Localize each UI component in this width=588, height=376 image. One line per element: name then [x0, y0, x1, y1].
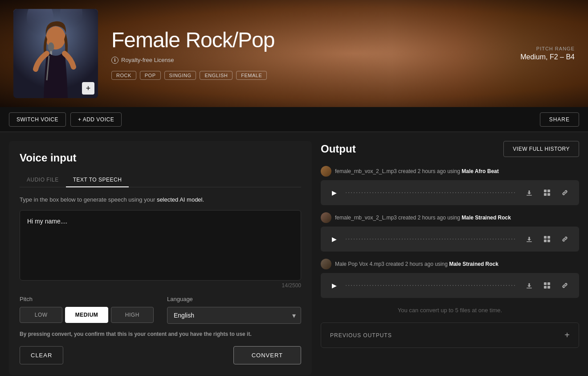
pitch-range-value: Medium, F2 – B4: [520, 53, 575, 61]
waveform-1: [346, 192, 517, 193]
audio-actions-1: [522, 186, 572, 200]
tag-pop: POP: [140, 71, 161, 80]
play-button-1[interactable]: ▶: [328, 186, 340, 199]
expand-previous-outputs-icon: +: [564, 330, 570, 340]
license-icon: ℹ: [111, 57, 118, 64]
svg-rect-18: [544, 282, 547, 285]
hero-license: ℹ Royalty-free License: [111, 57, 575, 64]
audio-player-1: ▶: [321, 180, 579, 205]
voice-input-panel: Voice input AUDIO FILE TEXT TO SPEECH Ty…: [9, 141, 312, 375]
tab-audio-file[interactable]: AUDIO FILE: [20, 173, 66, 187]
play-button-2[interactable]: ▶: [328, 233, 340, 245]
output-item-3: Male Pop Vox 4.mp3 created 2 hours ago u…: [321, 259, 579, 298]
svg-rect-11: [547, 193, 550, 196]
language-select-wrap: English Spanish French German: [167, 307, 301, 324]
language-select[interactable]: English Spanish French German: [167, 307, 301, 324]
voice-input-title: Voice input: [20, 152, 301, 164]
clear-button[interactable]: CLEAR: [20, 346, 63, 364]
previous-outputs-label: PREVIOUS OUTPUTS: [330, 332, 392, 339]
tag-english: ENGLISH: [200, 71, 233, 80]
waveform-3: [346, 285, 517, 286]
tag-singing: SINGING: [164, 71, 196, 80]
add-image-button[interactable]: +: [82, 82, 94, 95]
toolbar-left: SWITCH VOICE + ADD VOICE: [9, 112, 540, 127]
output-item-1: female_rnb_vox_2_L.mp3 created 2 hours a…: [321, 166, 579, 205]
link-button-3[interactable]: [558, 278, 572, 293]
disclaimer-text: By pressing convert, you confirm that th…: [20, 331, 301, 337]
output-avatar-3: [321, 259, 331, 269]
add-voice-button[interactable]: + ADD VOICE: [70, 112, 122, 127]
svg-point-5: [48, 42, 54, 51]
hero-tags: ROCK POP SINGING ENGLISH FEMALE: [111, 71, 575, 80]
svg-rect-12: [527, 241, 532, 242]
output-meta-3: Male Pop Vox 4.mp3 created 2 hours ago u…: [335, 261, 498, 267]
output-header: Output VIEW FULL HISTORY: [321, 141, 579, 157]
grid-button-1[interactable]: [540, 186, 554, 200]
svg-rect-20: [544, 286, 547, 289]
grid-button-3[interactable]: [540, 278, 554, 293]
svg-rect-14: [547, 236, 550, 239]
svg-rect-16: [547, 240, 550, 242]
language-control: Language English Spanish French German: [167, 296, 301, 324]
convert-button[interactable]: CONVERT: [233, 346, 301, 364]
hero-title: Female Rock/Pop: [111, 28, 575, 52]
output-item-2-header: female_rnb_vox_2_L.mp3 created 2 hours a…: [321, 212, 579, 223]
input-tabs: AUDIO FILE TEXT TO SPEECH: [20, 173, 301, 187]
output-avatar-1: [321, 166, 331, 177]
pitch-range-label: PITCH RANGE: [520, 46, 575, 51]
pitch-control: Pitch LOW MEDIUM HIGH: [20, 296, 154, 324]
pitch-label: Pitch: [20, 296, 154, 302]
pitch-buttons: LOW MEDIUM HIGH: [20, 307, 154, 323]
download-button-1[interactable]: [522, 186, 536, 200]
download-button-2[interactable]: [522, 232, 536, 246]
tag-rock: ROCK: [111, 71, 136, 80]
output-meta-2: female_rnb_vox_2_L.mp3 created 2 hours a…: [335, 215, 511, 221]
output-item-2: female_rnb_vox_2_L.mp3 created 2 hours a…: [321, 212, 579, 252]
download-button-3[interactable]: [522, 278, 536, 293]
view-full-history-button[interactable]: VIEW FULL HISTORY: [503, 141, 579, 157]
play-button-3[interactable]: ▶: [328, 279, 340, 292]
output-meta-1: female_rnb_vox_2_L.mp3 created 2 hours a…: [335, 168, 499, 174]
svg-rect-21: [547, 286, 550, 289]
svg-rect-7: [527, 195, 532, 196]
output-panel: Output VIEW FULL HISTORY female_rnb_vox_…: [321, 141, 579, 375]
hero-pitch: PITCH RANGE Medium, F2 – B4: [520, 46, 575, 61]
link-button-1[interactable]: [558, 186, 572, 200]
convert-limit-text: You can convert up to 5 files at one tim…: [321, 307, 579, 314]
output-title: Output: [321, 143, 356, 155]
audio-actions-3: [522, 278, 572, 293]
hero-image: +: [13, 9, 98, 98]
speech-textarea[interactable]: [27, 218, 294, 271]
waveform-2: [346, 239, 517, 240]
link-button-2[interactable]: [558, 232, 572, 246]
output-item-1-header: female_rnb_vox_2_L.mp3 created 2 hours a…: [321, 166, 579, 177]
toolbar: SWITCH VOICE + ADD VOICE SHARE: [0, 107, 588, 132]
pitch-high-button[interactable]: HIGH: [111, 307, 154, 323]
previous-outputs-section[interactable]: PREVIOUS OUTPUTS +: [321, 322, 579, 348]
hero-info: Female Rock/Pop ℹ Royalty-free License R…: [111, 28, 575, 80]
output-avatar-2: [321, 212, 331, 223]
svg-rect-17: [527, 288, 532, 289]
audio-player-2: ▶: [321, 227, 579, 252]
instruction-text: Type in the box below to generate speech…: [20, 196, 301, 203]
controls-row: Pitch LOW MEDIUM HIGH Language English S…: [20, 296, 301, 324]
audio-player-3: ▶: [321, 273, 579, 298]
text-input-area: [20, 210, 301, 281]
svg-rect-15: [544, 240, 547, 242]
hero-section: + Female Rock/Pop ℹ Royalty-free License…: [0, 0, 588, 107]
grid-button-2[interactable]: [540, 232, 554, 246]
pitch-low-button[interactable]: LOW: [20, 307, 62, 323]
switch-voice-button[interactable]: SWITCH VOICE: [9, 112, 66, 127]
pitch-medium-button[interactable]: MEDIUM: [65, 307, 108, 323]
share-button[interactable]: SHARE: [540, 112, 579, 127]
svg-rect-19: [547, 282, 550, 285]
output-item-3-header: Male Pop Vox 4.mp3 created 2 hours ago u…: [321, 259, 579, 269]
svg-rect-10: [544, 193, 547, 196]
bottom-actions: CLEAR CONVERT: [20, 346, 301, 364]
tab-text-to-speech[interactable]: TEXT TO SPEECH: [66, 173, 129, 187]
main-content: Voice input AUDIO FILE TEXT TO SPEECH Ty…: [0, 132, 588, 376]
char-count: 14/2500: [20, 282, 301, 289]
svg-rect-9: [547, 190, 550, 192]
svg-rect-13: [544, 236, 547, 239]
language-label: Language: [167, 296, 301, 302]
